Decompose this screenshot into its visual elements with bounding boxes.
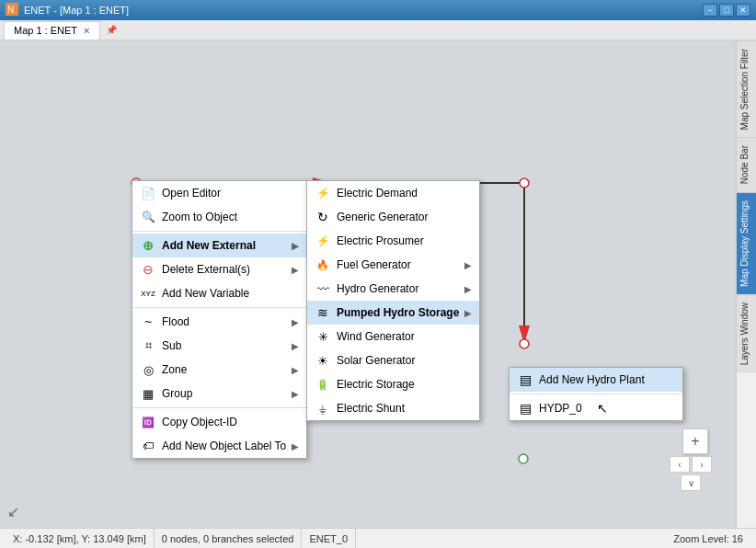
menu-item-fuel-generator[interactable]: Fuel Generator ▶ [307,253,479,277]
menu-item-group-label: Group [162,387,192,400]
hydro-gen-arrow: ▶ [464,284,472,294]
svg-point-9 [520,339,529,348]
flood-arrow: ▶ [292,317,299,327]
generic-gen-icon [315,209,331,225]
menu-item-fuel-gen-label: Fuel Generator [337,258,411,271]
menu-item-sub[interactable]: Sub ▶ [132,334,306,358]
submenu-add-new-external: Electric Demand Generic Generator Electr… [306,180,480,421]
minimize-button[interactable]: – [703,4,717,17]
open-editor-icon [140,185,156,201]
hydp0-icon [517,400,533,417]
tab-layers-window[interactable]: Layers Window [737,294,756,372]
tab-node-bar[interactable]: Node Bar [737,137,756,191]
menu-item-hydro-generator[interactable]: Hydro Generator ▶ [307,277,479,301]
nav-right-button[interactable]: › [692,456,712,473]
close-button[interactable]: ✕ [736,4,750,17]
menu-item-elec-demand-label: Electric Demand [337,187,418,200]
nav-down-button[interactable]: ∨ [681,474,701,491]
menu-item-zone-label: Zone [162,363,187,376]
maximize-button[interactable]: □ [719,4,734,17]
menu-item-wind-generator[interactable]: Wind Generator [307,325,479,348]
main-area: ↙ Open Editor Zoom to Object Add New Ext… [0,40,756,528]
separator-2 [132,307,306,308]
menu-item-open-editor[interactable]: Open Editor [132,181,306,205]
network-text: ENET_0 [309,533,348,544]
menu-item-elec-storage-label: Electric Storage [337,378,415,391]
del-ext-arrow: ▶ [292,265,299,275]
menu-item-delete-externals[interactable]: Delete External(s) ▶ [132,257,306,281]
menu-item-elec-pro-label: Electric Prosumer [337,234,424,247]
menu-item-del-ext-label: Delete External(s) [162,263,250,276]
del-ext-icon [140,261,156,278]
menu-item-hydp-0[interactable]: HYDP_0 ↖ [510,396,682,420]
elec-storage-icon [315,376,331,393]
menu-item-add-new-external[interactable]: Add New External ▶ [132,234,306,257]
menu-item-electric-storage[interactable]: Electric Storage [307,372,479,396]
menu-item-generic-gen-label: Generic Generator [337,211,428,223]
submenu2-separator [510,394,682,394]
menu-item-copy-label: Copy Object-ID [162,416,237,428]
submenu-pumped-hydro: Add New Hydro Plant HYDP_0 ↖ [509,367,683,421]
pumped-hydro-icon [315,304,331,321]
wind-gen-icon [315,328,331,345]
menu-item-electric-shunt[interactable]: Electric Shunt [307,396,479,420]
menu-item-wind-gen-label: Wind Generator [337,330,415,343]
menu-item-elec-shunt-label: Electric Shunt [337,402,405,415]
menu-item-pumped-hydro-label: Pumped Hydro Storage [337,306,459,319]
menu-item-add-new-variable[interactable]: Add New Variable [132,281,306,305]
zoom-text: Zoom Level: 16 [673,533,743,544]
menu-item-zoom-to-object[interactable]: Zoom to Object [132,205,306,229]
sub-icon [140,337,156,354]
add-var-icon [140,285,156,302]
tab-pin-button[interactable]: 📌 [106,25,117,35]
tab-bar: Map 1 : ENET ✕ 📌 [0,20,756,40]
navigation-arrows: ‹ › ∨ [670,456,712,491]
map-canvas[interactable]: ↙ Open Editor Zoom to Object Add New Ext… [0,40,736,528]
menu-item-electric-prosumer[interactable]: Electric Prosumer [307,229,479,253]
zoom-icon [140,209,156,225]
tab-close-button[interactable]: ✕ [83,26,90,36]
elec-shunt-icon [315,400,331,417]
menu-item-label-label: Add New Object Label To [162,440,286,452]
label-icon [140,438,156,454]
zoom-display: Zoom Level: 16 [666,529,750,548]
menu-item-add-new-hydro-plant[interactable]: Add New Hydro Plant [510,368,682,392]
app-icon: N [6,3,20,17]
menu-item-add-var-label: Add New Variable [162,287,249,300]
menu-item-electric-demand[interactable]: Electric Demand [307,181,479,205]
fuel-gen-arrow: ▶ [464,260,472,270]
tab-map-display-settings[interactable]: Map Display Settings [737,192,756,294]
menu-item-solar-generator[interactable]: Solar Generator [307,348,479,372]
add-ext-icon [140,237,156,254]
menu-item-add-object-label[interactable]: Add New Object Label To ▶ [132,434,306,458]
nav-left-button[interactable]: ‹ [670,456,690,473]
network-display: ENET_0 [302,529,356,548]
menu-item-hydro-gen-label: Hydro Generator [337,282,418,295]
window-title: ENET - [Map 1 : ENET] [24,5,703,16]
tab-map-selection-filter[interactable]: Map Selection Filter [737,40,756,137]
coordinates-display: X: -0.132 [km], Y: 13.049 [km] [6,529,155,548]
zoom-in-button[interactable]: + [682,428,708,454]
label-arrow: ▶ [292,441,299,451]
group-arrow: ▶ [292,389,299,399]
menu-item-group[interactable]: Group ▶ [132,382,306,405]
menu-item-copy-object-id[interactable]: Copy Object-ID [132,410,306,434]
coordinates-text: X: -0.132 [km], Y: 13.049 [km] [13,533,146,544]
menu-item-pumped-hydro[interactable]: Pumped Hydro Storage ▶ [307,301,479,325]
svg-text:N: N [7,5,14,15]
menu-item-flood[interactable]: Flood ▶ [132,310,306,334]
selection-text: 0 nodes, 0 branches selected [162,533,294,544]
menu-item-generic-generator[interactable]: Generic Generator [307,205,479,229]
tab-label: Map 1 : ENET [14,25,77,36]
copy-icon [140,414,156,430]
map-tab[interactable]: Map 1 : ENET ✕ [4,21,100,40]
menu-item-add-hydro-plant-label: Add New Hydro Plant [539,373,645,386]
map-corner-icon: ↙ [7,503,19,520]
elec-pro-icon [315,233,331,249]
menu-item-hydp0-label: HYDP_0 [539,402,582,415]
status-bar: X: -0.132 [km], Y: 13.049 [km] 0 nodes, … [0,528,756,548]
zone-arrow: ▶ [292,365,299,375]
pumped-hydro-arrow: ▶ [464,308,472,318]
menu-item-zone[interactable]: Zone ▶ [132,358,306,382]
selection-display: 0 nodes, 0 branches selected [155,529,303,548]
